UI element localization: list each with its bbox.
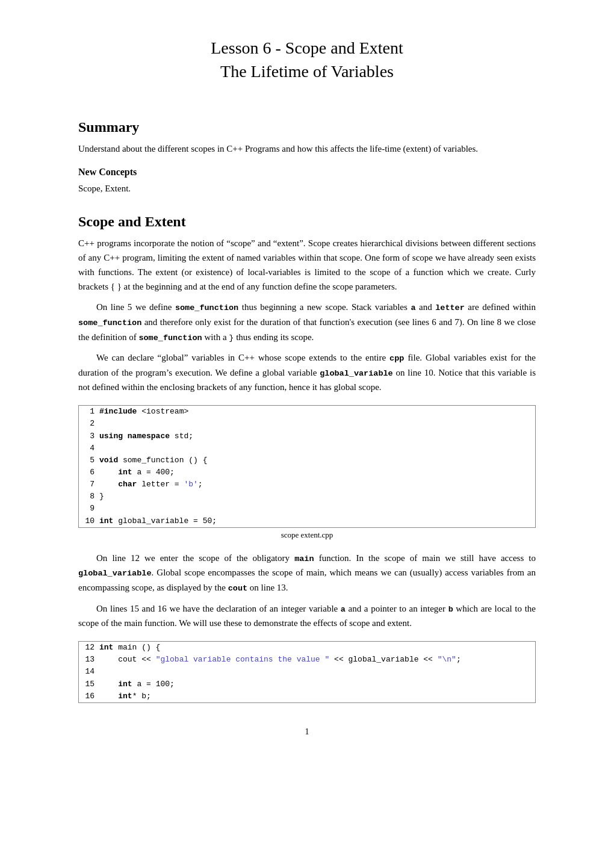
code-line-4: 4	[79, 442, 535, 454]
scope-heading: Scope and Extent	[78, 214, 536, 230]
code-line-10: 10 int global_variable = 50;	[79, 515, 535, 527]
summary-body: Understand about the different scopes in…	[78, 141, 536, 156]
code-line-1: 1 #include <iostream>	[79, 406, 535, 418]
concepts-text: Scope, Extent.	[78, 181, 536, 196]
scope-para2: On line 5 we define some_function thus b…	[78, 300, 536, 344]
title-line1: Lesson 6 - Scope and Extent	[211, 39, 403, 57]
middle-para2: On lines 15 and 16 we have the declarati…	[78, 601, 536, 631]
scope-para1: C++ programs incorporate the notion of “…	[78, 236, 536, 294]
code-line-14: 14	[79, 666, 535, 678]
middle-text: On line 12 we enter the scope of the obl…	[78, 551, 536, 630]
scope-para3: We can declare “global” variables in C++…	[78, 350, 536, 394]
page: Lesson 6 - Scope and Extent The Lifetime…	[78, 36, 536, 737]
new-concepts-heading: New Concepts	[78, 167, 536, 178]
code-line-9: 9	[79, 503, 535, 515]
code-line-12: 12 int main () {	[79, 642, 535, 654]
title-line2: The Lifetime of Variables	[220, 62, 394, 81]
code-line-6: 6 int a = 400;	[79, 467, 535, 479]
summary-heading: Summary	[78, 119, 536, 135]
code-caption-1: scope extent.cpp	[78, 530, 536, 540]
code-line-15: 15 int a = 100;	[79, 678, 535, 690]
scope-section: Scope and Extent C++ programs incorporat…	[78, 214, 536, 394]
code-line-5: 5 void some_function () {	[79, 454, 535, 467]
code-line-8: 8 }	[79, 491, 535, 503]
code-line-13: 13 cout << "global variable contains the…	[79, 654, 535, 666]
code-block-1: 1 #include <iostream> 2 3 using namespac…	[78, 405, 536, 527]
middle-para1: On line 12 we enter the scope of the obl…	[78, 551, 536, 595]
page-title: Lesson 6 - Scope and Extent The Lifetime…	[78, 36, 536, 83]
code-line-3: 3 using namespace std;	[79, 430, 535, 442]
code-line-7: 7 char letter = 'b';	[79, 479, 535, 491]
summary-section: Summary Understand about the different s…	[78, 119, 536, 196]
code-block-2: 12 int main () { 13 cout << "global vari…	[78, 641, 536, 703]
page-number: 1	[78, 727, 536, 737]
code-line-2: 2	[79, 418, 535, 430]
code-line-16: 16 int* b;	[79, 690, 535, 702]
